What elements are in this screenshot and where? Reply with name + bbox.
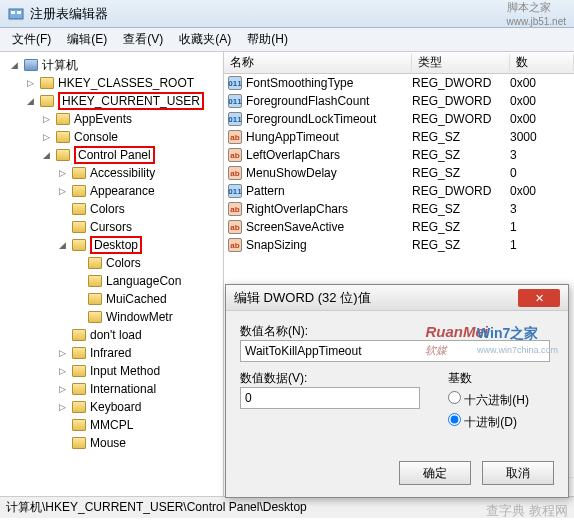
- radio-dec[interactable]: 十进制(D): [448, 413, 529, 431]
- tree-label: Console: [74, 130, 118, 144]
- dword-icon: 011: [228, 112, 242, 126]
- expand-icon[interactable]: ▷: [40, 114, 52, 124]
- tree-label: HKEY_CURRENT_USER: [58, 92, 204, 110]
- cell-name: MenuShowDelay: [246, 166, 412, 180]
- expand-icon[interactable]: ▷: [56, 348, 68, 358]
- tree-item[interactable]: ◢Desktop: [0, 236, 223, 254]
- expand-icon[interactable]: ▷: [56, 168, 68, 178]
- tree-label: Cursors: [90, 220, 132, 234]
- tree-item[interactable]: don't load: [0, 326, 223, 344]
- expand-icon[interactable]: ◢: [40, 150, 52, 160]
- cell-name: ForegroundLockTimeout: [246, 112, 412, 126]
- base-label: 基数: [448, 370, 529, 387]
- expand-icon[interactable]: ▷: [40, 132, 52, 142]
- string-icon: ab: [228, 238, 242, 252]
- menu-edit[interactable]: 编辑(E): [59, 29, 115, 50]
- expand-icon[interactable]: ◢: [24, 96, 36, 106]
- name-field[interactable]: [240, 340, 550, 362]
- expand-icon[interactable]: ▷: [56, 366, 68, 376]
- tree-item[interactable]: LanguageCon: [0, 272, 223, 290]
- cell-type: REG_DWORD: [412, 184, 510, 198]
- list-row[interactable]: abLeftOverlapCharsREG_SZ3: [224, 146, 574, 164]
- ok-button[interactable]: 确定: [399, 461, 471, 485]
- tree-label: Keyboard: [90, 400, 141, 414]
- expand-icon[interactable]: ▷: [56, 384, 68, 394]
- folder-icon: [72, 329, 86, 341]
- folder-icon: [56, 113, 70, 125]
- tree-item[interactable]: ◢Control Panel: [0, 146, 223, 164]
- folder-icon: [88, 257, 102, 269]
- tree-item[interactable]: ▷AppEvents: [0, 110, 223, 128]
- col-header-type[interactable]: 类型: [412, 54, 510, 71]
- list-row[interactable]: 011ForegroundLockTimeoutREG_DWORD0x00: [224, 110, 574, 128]
- cell-type: REG_SZ: [412, 148, 510, 162]
- radio-hex[interactable]: 十六进制(H): [448, 391, 529, 409]
- tree-label: Appearance: [90, 184, 155, 198]
- cell-type: REG_SZ: [412, 220, 510, 234]
- tree-item[interactable]: ◢HKEY_CURRENT_USER: [0, 92, 223, 110]
- dialog-titlebar[interactable]: 编辑 DWORD (32 位)值 ✕: [226, 285, 568, 311]
- folder-icon: [72, 185, 86, 197]
- list-row[interactable]: abMenuShowDelayREG_SZ0: [224, 164, 574, 182]
- cancel-button[interactable]: 取消: [482, 461, 554, 485]
- col-header-name[interactable]: 名称: [224, 54, 412, 71]
- menubar: 文件(F) 编辑(E) 查看(V) 收藏夹(A) 帮助(H): [0, 28, 574, 52]
- tree-label: Accessibility: [90, 166, 155, 180]
- tree-item[interactable]: WindowMetr: [0, 308, 223, 326]
- tree-item[interactable]: Colors: [0, 200, 223, 218]
- expand-icon[interactable]: ◢: [8, 60, 20, 70]
- tree-label: HKEY_CLASSES_ROOT: [58, 76, 194, 90]
- menu-favorites[interactable]: 收藏夹(A): [171, 29, 239, 50]
- tree-item[interactable]: ▷Console: [0, 128, 223, 146]
- list-row[interactable]: 011FontSmoothingTypeREG_DWORD0x00: [224, 74, 574, 92]
- cell-type: REG_SZ: [412, 202, 510, 216]
- tree-item[interactable]: ▷International: [0, 380, 223, 398]
- list-row[interactable]: abScreenSaveActiveREG_SZ1: [224, 218, 574, 236]
- list-header: 名称 类型 数: [224, 52, 574, 74]
- app-icon: [8, 6, 24, 22]
- tree-item[interactable]: ▷Appearance: [0, 182, 223, 200]
- string-icon: ab: [228, 130, 242, 144]
- cell-name: Pattern: [246, 184, 412, 198]
- tree-item[interactable]: MuiCached: [0, 290, 223, 308]
- cell-data: 0x00: [510, 76, 574, 90]
- list-row[interactable]: abHungAppTimeoutREG_SZ3000: [224, 128, 574, 146]
- menu-help[interactable]: 帮助(H): [239, 29, 296, 50]
- cell-type: REG_DWORD: [412, 76, 510, 90]
- tree-item[interactable]: ▷Keyboard: [0, 398, 223, 416]
- tree-item[interactable]: ▷Input Method: [0, 362, 223, 380]
- cell-data: 1: [510, 220, 574, 234]
- tree-label: Desktop: [90, 236, 142, 254]
- list-row[interactable]: 011ForegroundFlashCountREG_DWORD0x00: [224, 92, 574, 110]
- col-header-data[interactable]: 数: [510, 54, 574, 71]
- cell-data: 3: [510, 202, 574, 216]
- dword-icon: 011: [228, 184, 242, 198]
- menu-view[interactable]: 查看(V): [115, 29, 171, 50]
- close-icon[interactable]: ✕: [518, 289, 560, 307]
- expand-icon[interactable]: ▷: [56, 402, 68, 412]
- tree-root[interactable]: ◢计算机: [0, 56, 223, 74]
- list-row[interactable]: 011PatternREG_DWORD0x00: [224, 182, 574, 200]
- expand-icon[interactable]: ▷: [56, 186, 68, 196]
- svg-rect-2: [17, 11, 21, 14]
- statusbar: 计算机\HKEY_CURRENT_USER\Control Panel\Desk…: [0, 496, 574, 518]
- tree-item[interactable]: Colors: [0, 254, 223, 272]
- folder-icon: [72, 383, 86, 395]
- tree-item[interactable]: Mouse: [0, 434, 223, 452]
- titlebar: 注册表编辑器 脚本之家 www.jb51.net: [0, 0, 574, 28]
- tree-item[interactable]: Cursors: [0, 218, 223, 236]
- tree-item[interactable]: ▷HKEY_CLASSES_ROOT: [0, 74, 223, 92]
- folder-icon: [72, 347, 86, 359]
- menu-file[interactable]: 文件(F): [4, 29, 59, 50]
- string-icon: ab: [228, 166, 242, 180]
- tree-item[interactable]: ▷Accessibility: [0, 164, 223, 182]
- tree-item[interactable]: ▷Infrared: [0, 344, 223, 362]
- tree-item[interactable]: MMCPL: [0, 416, 223, 434]
- tree-label: AppEvents: [74, 112, 132, 126]
- expand-icon[interactable]: ◢: [56, 240, 68, 250]
- list-row[interactable]: abSnapSizingREG_SZ1: [224, 236, 574, 254]
- list-row[interactable]: abRightOverlapCharsREG_SZ3: [224, 200, 574, 218]
- expand-icon[interactable]: ▷: [24, 78, 36, 88]
- dword-icon: 011: [228, 94, 242, 108]
- data-field[interactable]: [240, 387, 420, 409]
